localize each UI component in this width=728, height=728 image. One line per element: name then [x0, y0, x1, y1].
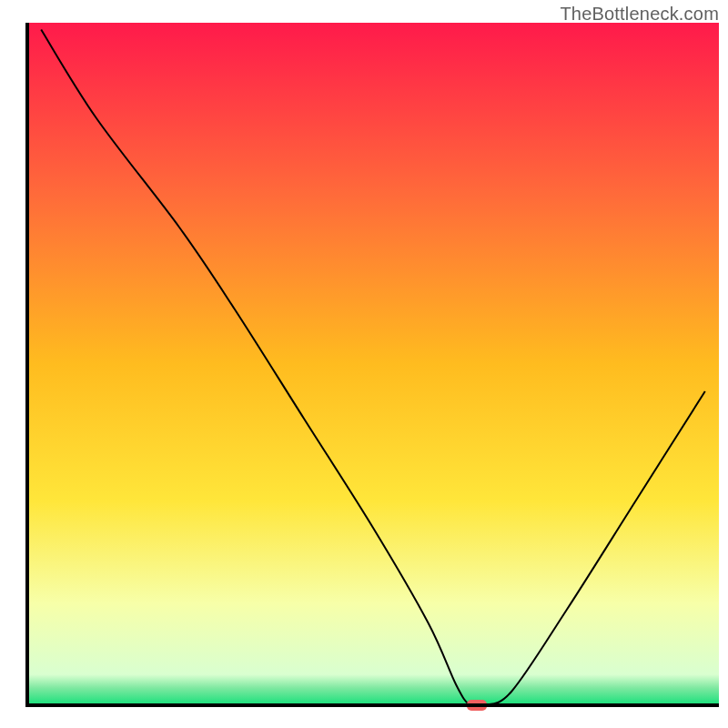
bottleneck-chart: [0, 0, 728, 728]
watermark-text: TheBottleneck.com: [560, 4, 719, 25]
plot-background: [27, 23, 719, 705]
chart-container: { "watermark": "TheBottleneck.com", "cha…: [0, 0, 728, 728]
